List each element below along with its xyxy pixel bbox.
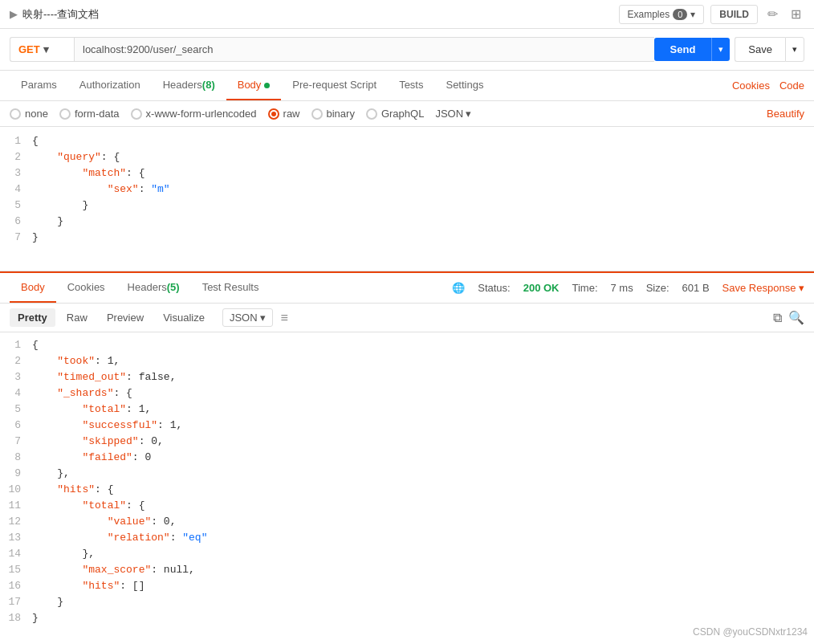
- resp-format-right: ⧉ 🔍: [773, 310, 804, 325]
- fmt-raw-button[interactable]: Raw: [59, 308, 96, 327]
- examples-label: Examples: [628, 9, 670, 20]
- top-bar-actions: Examples 0 ▾ BUILD ✏ ⊞: [619, 5, 804, 24]
- method-select[interactable]: GET ▾: [10, 37, 74, 62]
- cookies-link[interactable]: Cookies: [732, 79, 770, 92]
- code-line: 1{: [0, 135, 814, 151]
- response-line: 2 "took": 1,: [0, 355, 814, 371]
- response-line: 16 "hits": []: [0, 580, 814, 596]
- response-line: 17 }: [0, 596, 814, 612]
- build-button[interactable]: BUILD: [710, 5, 758, 24]
- tab-params[interactable]: Params: [10, 71, 68, 100]
- option-urlencoded[interactable]: x-www-form-urlencoded: [131, 108, 257, 120]
- request-title: ▶ 映射----查询文档: [10, 7, 99, 22]
- resp-tab-test-results[interactable]: Test Results: [191, 273, 271, 303]
- save-resp-chevron-icon: ▾: [799, 282, 804, 294]
- tab-headers[interactable]: Headers(8): [152, 71, 226, 100]
- option-binary[interactable]: binary: [311, 108, 355, 120]
- send-dropdown-button[interactable]: ▾: [711, 38, 730, 61]
- copy-response-button[interactable]: ⧉: [773, 310, 782, 325]
- response-line: 1{: [0, 339, 814, 355]
- json-type-select[interactable]: JSON ▾: [435, 108, 471, 120]
- body-options: none form-data x-www-form-urlencoded raw…: [0, 101, 814, 127]
- graphql-label: GraphQL: [381, 108, 424, 120]
- radio-raw[interactable]: [268, 108, 279, 120]
- time-label: Time:: [572, 282, 598, 294]
- radio-form-data[interactable]: [59, 108, 71, 120]
- code-line: 2 "query": {: [0, 151, 814, 167]
- body-label: Body: [238, 79, 262, 91]
- tab-pre-request[interactable]: Pre-request Script: [281, 71, 388, 100]
- option-none[interactable]: none: [10, 108, 48, 120]
- resp-headers-label: Headers: [128, 281, 167, 293]
- body-options-left: none form-data x-www-form-urlencoded raw…: [10, 108, 471, 120]
- none-label: none: [25, 108, 48, 120]
- tab-settings[interactable]: Settings: [434, 71, 495, 100]
- save-response-button[interactable]: Save Response ▾: [722, 282, 804, 294]
- arrow-icon: ▶: [10, 8, 18, 20]
- option-raw[interactable]: raw: [268, 108, 300, 120]
- response-code-area: 1{2 "took": 1,3 "timed_out": false,4 "_s…: [0, 332, 814, 634]
- binary-label: binary: [327, 108, 355, 120]
- radio-urlencoded[interactable]: [131, 108, 142, 120]
- tab-body[interactable]: Body: [226, 71, 282, 100]
- code-line: 7}: [0, 231, 814, 247]
- resp-headers-count: (5): [167, 281, 180, 293]
- top-bar: ▶ 映射----查询文档 Examples 0 ▾ BUILD ✏ ⊞: [0, 0, 814, 29]
- radio-graphql[interactable]: [366, 108, 377, 120]
- layout-icon[interactable]: ⊞: [788, 5, 804, 23]
- headers-label: Headers: [163, 79, 202, 91]
- fmt-pretty-button[interactable]: Pretty: [10, 308, 55, 327]
- size-value: 601 B: [682, 282, 710, 294]
- request-tabs: Params Authorization Headers(8) Body Pre…: [0, 71, 814, 101]
- resp-tab-headers[interactable]: Headers(5): [116, 273, 191, 303]
- json-label: JSON: [435, 108, 463, 120]
- option-form-data[interactable]: form-data: [59, 108, 120, 120]
- tab-tests[interactable]: Tests: [388, 71, 434, 100]
- response-line: 13 "relation": "eq": [0, 532, 814, 548]
- resp-json-select[interactable]: JSON ▾: [222, 308, 273, 327]
- code-line: 4 "sex": "m": [0, 183, 814, 199]
- response-line: 11 "total": {: [0, 499, 814, 516]
- time-value: 7 ms: [611, 282, 633, 294]
- response-line: 14 },: [0, 548, 814, 564]
- code-link[interactable]: Code: [779, 79, 804, 92]
- resp-format-left: Pretty Raw Preview Visualize JSON ▾ ≡: [10, 308, 293, 327]
- response-line: 4 "_shards": {: [0, 387, 814, 403]
- examples-button[interactable]: Examples 0 ▾: [619, 5, 705, 24]
- beautify-link[interactable]: Beautify: [767, 108, 804, 120]
- save-dropdown-button[interactable]: ▾: [785, 37, 804, 62]
- tab-authorization[interactable]: Authorization: [68, 71, 152, 100]
- response-line: 5 "total": 1,: [0, 403, 814, 419]
- json-chevron-icon: ▾: [466, 108, 471, 120]
- wrap-icon[interactable]: ≡: [276, 309, 293, 327]
- send-button[interactable]: Send: [654, 38, 712, 61]
- resp-tab-cookies[interactable]: Cookies: [56, 273, 116, 303]
- search-response-button[interactable]: 🔍: [788, 310, 804, 325]
- response-line: 8 "failed": 0: [0, 451, 814, 467]
- fmt-preview-button[interactable]: Preview: [99, 308, 152, 327]
- radio-none[interactable]: [10, 108, 21, 120]
- response-format-bar: Pretty Raw Preview Visualize JSON ▾ ≡ ⧉ …: [0, 304, 814, 332]
- url-input[interactable]: [74, 37, 654, 62]
- response-section: Body Cookies Headers(5) Test Results 🌐 S…: [0, 271, 814, 634]
- response-line: 3 "timed_out": false,: [0, 371, 814, 387]
- request-code-editor[interactable]: 1{2 "query": {3 "match": {4 "sex": "m"5 …: [0, 127, 814, 271]
- resp-tab-body[interactable]: Body: [10, 273, 56, 303]
- fmt-visualize-button[interactable]: Visualize: [155, 308, 213, 327]
- size-label: Size:: [646, 282, 670, 294]
- method-chevron-icon: ▾: [43, 43, 49, 55]
- save-button[interactable]: Save: [735, 37, 785, 62]
- option-graphql[interactable]: GraphQL: [366, 108, 424, 120]
- form-data-label: form-data: [75, 108, 120, 120]
- code-line: 6 }: [0, 215, 814, 231]
- response-line: 18}: [0, 612, 814, 628]
- response-line: 7 "skipped": 0,: [0, 435, 814, 451]
- resp-status-bar: 🌐 Status: 200 OK Time: 7 ms Size: 601 B …: [452, 282, 804, 294]
- radio-binary[interactable]: [311, 108, 323, 120]
- examples-chevron-icon: ▾: [690, 9, 695, 20]
- status-value: 200 OK: [523, 282, 560, 294]
- save-group: Save ▾: [735, 37, 804, 62]
- edit-icon[interactable]: ✏: [764, 5, 781, 23]
- code-line: 3 "match": {: [0, 167, 814, 183]
- response-line: 10 "hits": {: [0, 483, 814, 499]
